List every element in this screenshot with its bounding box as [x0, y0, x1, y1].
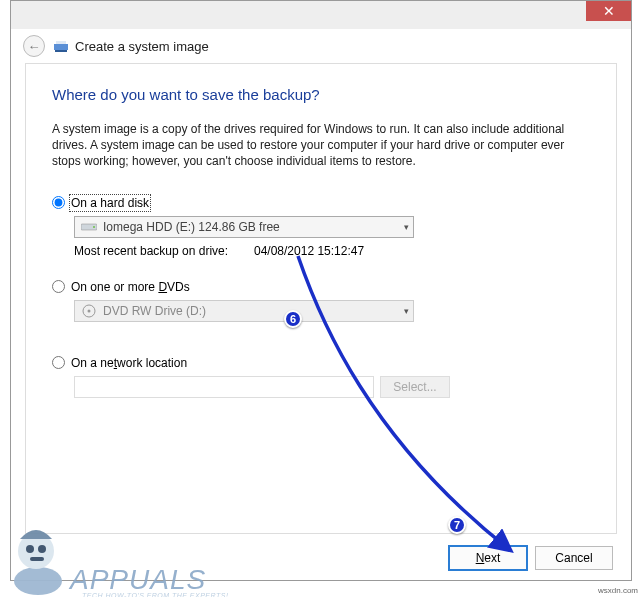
next-button-rest: ext: [484, 551, 500, 565]
radio-dvds-label-text: On one or more DVDs: [71, 280, 190, 294]
radio-hard-disk[interactable]: [52, 196, 65, 209]
most-recent-backup-value: 04/08/2012 15:12:47: [254, 244, 364, 258]
origin-text: wsxdn.com: [598, 586, 638, 595]
watermark: APPUALS TECH HOW-TO'S FROM THE EXPERTS!: [0, 564, 228, 597]
most-recent-backup: Most recent backup on drive: 04/08/2012 …: [74, 244, 590, 258]
svg-point-10: [38, 545, 46, 553]
wizard-window: ✕ ← Create a system image Where do you w…: [10, 0, 632, 581]
dropdown-hard-disk-value: Iomega HDD (E:) 124.86 GB free: [103, 220, 280, 234]
chevron-down-icon: ▾: [404, 306, 409, 316]
dropdown-hard-disk[interactable]: Iomega HDD (E:) 124.86 GB free ▾: [74, 216, 414, 238]
svg-point-4: [93, 226, 95, 228]
wizard-content: Where do you want to save the backup? A …: [25, 63, 617, 534]
annotation-badge-7: 7: [448, 516, 466, 534]
titlebar: ✕: [11, 1, 631, 29]
cancel-button[interactable]: Cancel: [535, 546, 613, 570]
option-dvds: On one or more DVDs DVD RW Drive (D:) ▾: [52, 280, 590, 322]
dropdown-dvds: DVD RW Drive (D:) ▾: [74, 300, 414, 322]
system-image-icon: [53, 38, 69, 54]
page-heading: Where do you want to save the backup?: [52, 86, 590, 103]
watermark-tagline: TECH HOW-TO'S FROM THE EXPERTS!: [82, 592, 228, 597]
radio-network-label-text: On a network location: [71, 356, 187, 370]
option-hard-disk: On a hard disk Iomega HDD (E:) 124.86 GB…: [52, 196, 590, 258]
radio-dvds[interactable]: [52, 280, 65, 293]
svg-rect-11: [30, 557, 44, 561]
radio-hard-disk-label[interactable]: On a hard disk: [71, 196, 149, 210]
wizard-footer: Next Cancel: [449, 546, 613, 570]
back-button[interactable]: ←: [23, 35, 45, 57]
hdd-icon: [81, 220, 97, 234]
radio-network-label[interactable]: On a network location: [71, 356, 187, 370]
watermark-brand: APPUALS: [70, 564, 206, 595]
svg-point-6: [88, 309, 91, 312]
dvd-icon: [81, 304, 97, 318]
next-button[interactable]: Next: [449, 546, 527, 570]
network-select-button: Select...: [380, 376, 450, 398]
dropdown-dvds-value: DVD RW Drive (D:): [103, 304, 206, 318]
chevron-down-icon: ▾: [404, 222, 409, 232]
svg-point-9: [26, 545, 34, 553]
svg-rect-1: [56, 41, 66, 44]
radio-dvds-label[interactable]: On one or more DVDs: [71, 280, 190, 294]
svg-rect-0: [54, 44, 68, 50]
wizard-title: Create a system image: [75, 39, 209, 54]
most-recent-backup-label: Most recent backup on drive:: [74, 244, 254, 258]
svg-rect-2: [55, 50, 67, 52]
wizard-header: ← Create a system image: [11, 29, 631, 57]
annotation-badge-6: 6: [284, 310, 302, 328]
network-path-input: [74, 376, 374, 398]
arrow-left-icon: ←: [28, 39, 41, 54]
option-network: On a network location Select...: [52, 356, 590, 398]
radio-network[interactable]: [52, 356, 65, 369]
page-description: A system image is a copy of the drives r…: [52, 121, 590, 170]
close-button[interactable]: ✕: [586, 1, 631, 21]
